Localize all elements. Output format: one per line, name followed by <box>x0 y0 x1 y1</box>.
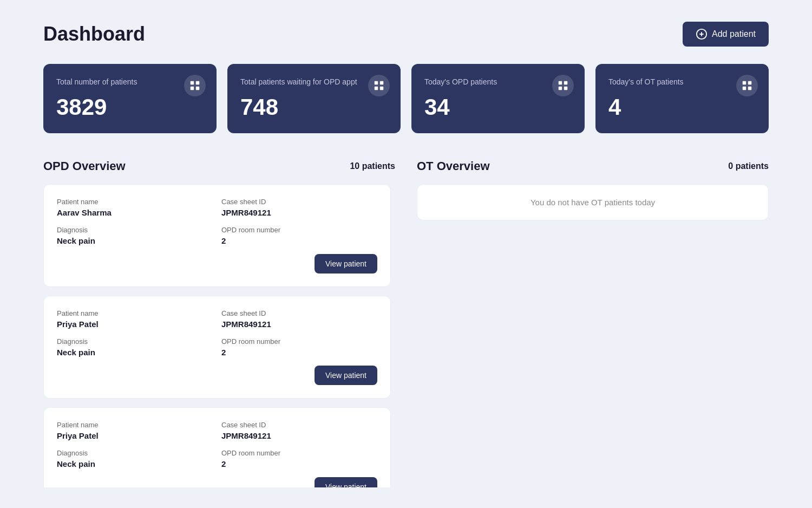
view-patient-button[interactable]: View patient <box>315 477 377 487</box>
overview-section: OPD Overview 10 patients Patient name Aa… <box>43 159 769 487</box>
stat-icon-total-patients <box>184 75 206 96</box>
patient-card: Patient name Aarav Sharma Case sheet ID … <box>43 184 391 287</box>
svg-rect-13 <box>559 87 562 90</box>
case-sheet-field: Case sheet ID JPMR849121 <box>221 198 377 217</box>
stat-value-today-ot: 4 <box>608 94 756 120</box>
stats-grid: Total number of patients 3829 Total pati… <box>43 64 769 133</box>
opd-patients-list: Patient name Aarav Sharma Case sheet ID … <box>43 184 395 487</box>
svg-rect-11 <box>559 81 562 84</box>
svg-rect-17 <box>743 87 746 90</box>
diagnosis-field: Diagnosis Neck pain <box>57 226 213 245</box>
stat-card-today-opd: Today's OPD patients 34 <box>411 64 585 133</box>
patient-name-field: Patient name Priya Patel <box>57 309 213 329</box>
opd-overview: OPD Overview 10 patients Patient name Aa… <box>43 159 395 487</box>
stat-icon-today-opd <box>552 75 574 96</box>
svg-rect-7 <box>375 81 378 84</box>
view-patient-button[interactable]: View patient <box>315 254 377 273</box>
svg-rect-14 <box>564 87 567 90</box>
add-patient-button[interactable]: Add patient <box>683 22 769 47</box>
stat-card-total-patients: Total number of patients 3829 <box>43 64 217 133</box>
case-sheet-field: Case sheet ID JPMR849121 <box>221 421 377 440</box>
stat-value-waiting-opd: 748 <box>240 94 388 120</box>
opd-overview-title: OPD Overview <box>43 159 126 173</box>
patient-card: Patient name Priya Patel Case sheet ID J… <box>43 296 391 399</box>
svg-rect-3 <box>191 81 194 84</box>
page-title: Dashboard <box>43 23 145 45</box>
stat-value-total-patients: 3829 <box>56 94 204 120</box>
opd-patient-count: 10 patients <box>350 161 395 171</box>
stat-label-today-ot: Today's of OT patients <box>608 77 756 88</box>
stat-value-today-opd: 34 <box>424 94 572 120</box>
opd-room-field: OPD room number 2 <box>221 449 377 468</box>
opd-room-field: OPD room number 2 <box>221 337 377 357</box>
stat-icon-waiting-opd <box>368 75 390 96</box>
stat-label-waiting-opd: Total patients waiting for OPD appt <box>240 77 388 88</box>
ot-overview-title: OT Overview <box>417 159 490 173</box>
patient-name-field: Patient name Aarav Sharma <box>57 198 213 217</box>
svg-rect-15 <box>743 81 746 84</box>
svg-rect-10 <box>380 87 383 90</box>
stat-card-waiting-opd: Total patients waiting for OPD appt 748 <box>227 64 401 133</box>
diagnosis-field: Diagnosis Neck pain <box>57 449 213 468</box>
svg-rect-8 <box>380 81 383 84</box>
stat-icon-today-ot <box>736 75 758 96</box>
view-patient-button[interactable]: View patient <box>315 366 377 385</box>
ot-empty-message: You do not have OT patients today <box>417 184 769 220</box>
case-sheet-field: Case sheet ID JPMR849121 <box>221 309 377 329</box>
svg-rect-9 <box>375 87 378 90</box>
ot-patient-count: 0 patients <box>728 161 769 171</box>
diagnosis-field: Diagnosis Neck pain <box>57 337 213 357</box>
svg-rect-4 <box>196 81 199 84</box>
ot-overview: OT Overview 0 patients You do not have O… <box>417 159 769 487</box>
opd-room-field: OPD room number 2 <box>221 226 377 245</box>
plus-circle-icon <box>696 28 708 40</box>
stat-card-today-ot: Today's of OT patients 4 <box>595 64 769 133</box>
svg-rect-6 <box>196 87 199 90</box>
svg-rect-18 <box>748 87 751 90</box>
svg-rect-16 <box>748 81 751 84</box>
svg-rect-5 <box>191 87 194 90</box>
stat-label-total-patients: Total number of patients <box>56 77 204 88</box>
patient-card: Patient name Priya Patel Case sheet ID J… <box>43 407 391 487</box>
stat-label-today-opd: Today's OPD patients <box>424 77 572 88</box>
svg-rect-12 <box>564 81 567 84</box>
patient-name-field: Patient name Priya Patel <box>57 421 213 440</box>
